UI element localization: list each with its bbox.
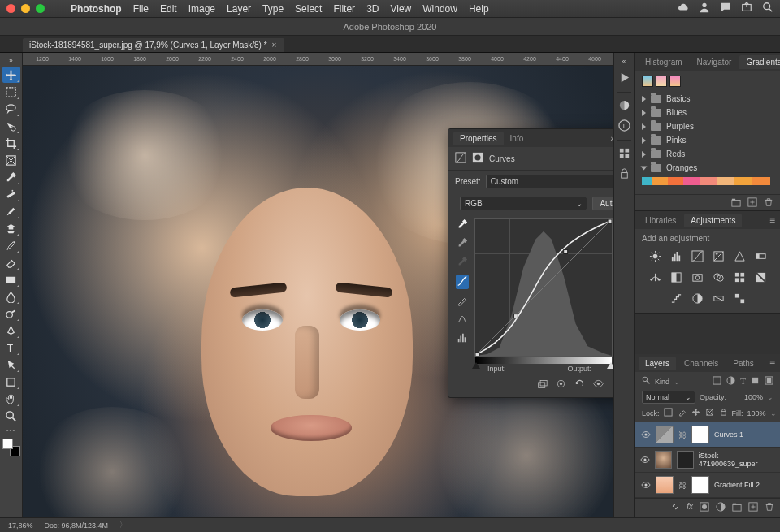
chat-icon[interactable] xyxy=(720,2,731,15)
filter-pixel-icon[interactable] xyxy=(713,376,722,387)
trash-icon[interactable] xyxy=(765,502,774,513)
mask-link-icon[interactable]: ⛓ xyxy=(678,481,687,490)
frame-tool[interactable] xyxy=(2,152,20,168)
levels-icon[interactable] xyxy=(670,249,682,262)
white-point-slider[interactable] xyxy=(607,362,613,369)
app-menu[interactable]: Photoshop xyxy=(71,3,122,15)
history-brush-tool[interactable] xyxy=(2,237,20,253)
folder-reds[interactable]: Reds xyxy=(642,147,774,161)
layer-row[interactable]: ⛓ Gradient Fill 2 xyxy=(635,473,780,498)
auto-button[interactable]: Auto xyxy=(592,197,613,210)
trash-icon[interactable] xyxy=(764,197,774,209)
search-icon[interactable] xyxy=(762,2,774,15)
curves-icon[interactable] xyxy=(691,249,704,262)
cloud-icon[interactable] xyxy=(678,2,689,15)
link-layers-icon[interactable] xyxy=(670,502,680,513)
gray-eyedropper-icon[interactable] xyxy=(457,237,468,250)
gradient-map-icon[interactable] xyxy=(712,292,725,305)
folder-purples[interactable]: Purples xyxy=(642,119,774,133)
channel-mixer-icon[interactable] xyxy=(712,270,725,283)
maximize-window-button[interactable] xyxy=(36,4,45,13)
opacity-value[interactable]: 100% xyxy=(730,393,763,401)
lock-all-icon[interactable] xyxy=(719,408,728,418)
panel-menu-icon[interactable]: ≡ xyxy=(769,214,775,226)
edit-menu[interactable]: Edit xyxy=(160,3,177,15)
hand-tool[interactable] xyxy=(2,391,20,407)
lock-pixels-icon[interactable] xyxy=(664,408,673,418)
shape-tool[interactable] xyxy=(2,374,20,390)
kind-filter-icon[interactable] xyxy=(642,376,651,387)
3d-menu[interactable]: 3D xyxy=(366,3,379,15)
lock-artboard-icon[interactable] xyxy=(705,408,714,418)
new-adjustment-icon[interactable] xyxy=(716,502,726,513)
mask-thumb[interactable] xyxy=(691,426,709,443)
filter-type-icon[interactable]: T xyxy=(740,376,746,387)
new-group-icon[interactable] xyxy=(732,502,742,513)
strip-expand-icon[interactable]: « xyxy=(622,58,626,65)
tab-layers[interactable]: Layers xyxy=(639,357,676,370)
color-lookup-icon[interactable] xyxy=(733,270,746,283)
select-menu[interactable]: Select xyxy=(295,3,322,15)
eyedropper-tool[interactable] xyxy=(2,169,20,185)
orange-gradient-set[interactable] xyxy=(642,177,770,185)
folder-blues[interactable]: Blues xyxy=(642,106,774,119)
user-icon[interactable] xyxy=(699,2,710,15)
eraser-tool[interactable] xyxy=(2,254,20,270)
zoom-value[interactable]: 17,86% xyxy=(8,521,33,530)
folder-oranges[interactable]: Oranges xyxy=(642,161,774,175)
type-tool[interactable]: T xyxy=(2,340,20,356)
histogram-toggle-icon[interactable] xyxy=(457,332,468,345)
bw-icon[interactable] xyxy=(670,270,682,283)
crop-tool[interactable] xyxy=(2,135,20,151)
selective-color-icon[interactable] xyxy=(733,292,746,305)
visibility-toggle[interactable] xyxy=(640,430,651,440)
panel-menu-icon[interactable]: ≡ xyxy=(769,357,775,369)
folder-basics[interactable]: Basics xyxy=(642,92,774,106)
image-menu[interactable]: Image xyxy=(188,3,215,15)
channel-select[interactable]: RGB ⌄ xyxy=(460,197,587,210)
trash-icon[interactable] xyxy=(612,378,613,391)
lock-icon[interactable] xyxy=(618,167,630,181)
zoom-tool[interactable] xyxy=(2,408,20,424)
white-eyedropper-icon[interactable] xyxy=(457,218,468,231)
mask-link-icon[interactable]: ⛓ xyxy=(678,430,687,439)
pencil-curve-icon[interactable] xyxy=(457,295,468,308)
color-balance-icon[interactable] xyxy=(648,270,661,283)
close-tab-icon[interactable]: × xyxy=(272,41,277,50)
fx-icon[interactable]: fx xyxy=(687,502,693,513)
new-item-icon[interactable] xyxy=(748,197,757,209)
path-select-tool[interactable] xyxy=(2,357,20,373)
filter-smart-icon[interactable] xyxy=(765,376,774,387)
minimize-window-button[interactable] xyxy=(21,4,30,13)
toolbar-edit-icon[interactable]: ••• xyxy=(6,426,15,434)
curve-edit-icon[interactable] xyxy=(456,275,469,289)
tab-channels[interactable]: Channels xyxy=(678,357,725,370)
layer-row[interactable]: ⛓ Curves 1 xyxy=(635,422,780,448)
help-menu[interactable]: Help xyxy=(469,3,489,15)
invert-icon[interactable] xyxy=(754,270,767,283)
gradient-swatch[interactable] xyxy=(670,76,681,87)
lock-position-icon[interactable] xyxy=(691,408,700,418)
tab-navigator[interactable]: Navigator xyxy=(691,55,739,69)
lock-paint-icon[interactable] xyxy=(678,408,687,418)
document-tab[interactable]: iStock-181894581_super.jpg @ 17,9% (Curv… xyxy=(23,38,284,52)
tab-adjustments[interactable]: Adjustments xyxy=(684,214,742,227)
info-icon[interactable]: i xyxy=(618,119,630,133)
exposure-icon[interactable] xyxy=(712,249,725,262)
rect-marquee-tool[interactable] xyxy=(2,84,20,100)
blend-mode-select[interactable]: Normal⌄ xyxy=(642,391,696,404)
brightness-icon[interactable] xyxy=(648,249,661,262)
visibility-toggle[interactable] xyxy=(640,455,650,465)
filter-adjust-icon[interactable] xyxy=(726,376,735,387)
smooth-icon[interactable] xyxy=(457,314,468,327)
healing-brush-tool[interactable] xyxy=(2,186,20,202)
play-icon[interactable] xyxy=(618,71,630,85)
toolbar-expand-icon[interactable]: » xyxy=(9,56,12,67)
close-window-button[interactable] xyxy=(6,4,15,13)
mask-icon[interactable] xyxy=(472,152,483,165)
posterize-icon[interactable] xyxy=(670,292,682,305)
gradient-swatch[interactable] xyxy=(642,76,653,87)
dodge-tool[interactable] xyxy=(2,305,20,322)
file-menu[interactable]: File xyxy=(133,3,149,15)
reset-icon[interactable] xyxy=(574,378,585,391)
